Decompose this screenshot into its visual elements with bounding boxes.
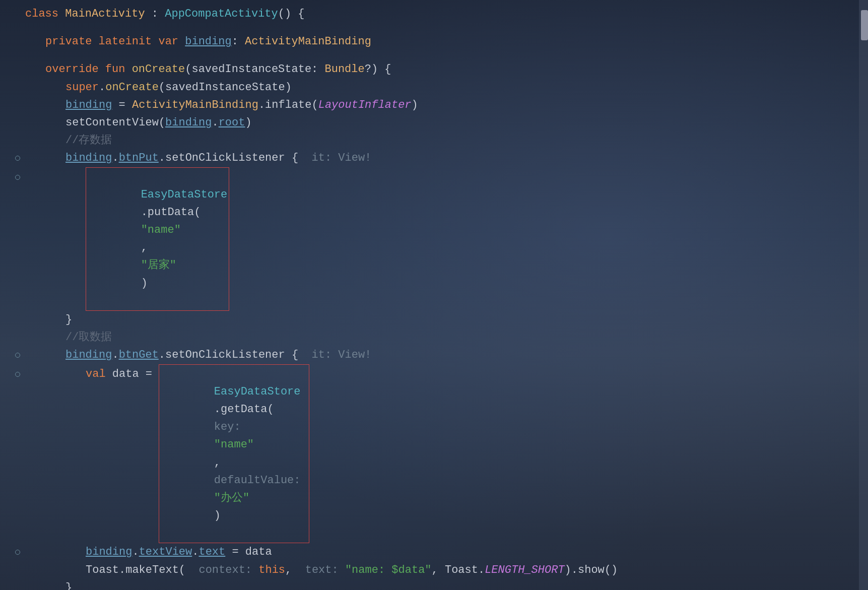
hint-key: key: [214,421,247,433]
textview-ref: textView [139,543,192,561]
code-line: //存数据 [10,132,838,149]
class-name-main: MainActivity [65,5,145,23]
comment-get: //取数据 [65,329,112,346]
fn-oncreate: onCreate [132,60,185,78]
gutter [10,550,25,555]
code-line: override fun onCreate (savedInstanceStat… [10,60,838,78]
punct: ) [412,96,418,114]
line-content: Toast.makeText( context: this , text: "n… [25,561,838,579]
punct: . [99,79,105,96]
hint-it: it: View! [312,346,372,364]
scrollbar-thumb[interactable] [861,10,868,40]
gutter [10,372,25,377]
gutter [10,353,25,358]
parent-class: AppCompatActivity [165,5,278,23]
line-content: private lateinit var binding : ActivityM… [25,33,838,50]
line-content: EasyDataStore .putData( "name" , "居家" ) [25,167,838,311]
gutter [10,156,25,161]
hint-text: text: [305,561,345,579]
punct: : [232,33,245,50]
type-bundle: Bundle [325,60,365,78]
code-line: class MainActivity : AppCompatActivity (… [10,5,838,23]
fn-setcontent: setContentView( [65,114,165,132]
blank-line [10,23,838,33]
punct: ) [214,509,221,522]
line-content: binding . btnPut .setOnClickListener { i… [25,149,838,167]
str-name2: "name" [214,438,254,451]
scrollbar[interactable] [859,0,868,590]
getdata-box: EasyDataStore .getData( key: "name" , de… [159,364,309,544]
punct: . [112,346,118,364]
binding-ref: binding [65,149,112,167]
binding-ref: binding [165,114,212,132]
breakpoint-dot[interactable] [15,372,20,377]
punct: () { [278,5,305,23]
assign: = data [225,543,272,561]
easydatastore-class: EasyDataStore [214,385,301,398]
code-line: super . onCreate (savedInstanceState) [10,79,838,96]
root-ref: root [219,114,245,132]
class-ref: ActivityMainBinding [132,96,258,114]
keyword-this: this [258,561,285,579]
punct: = [112,96,132,114]
str-toast: "name: $data" [345,561,432,579]
punct: (savedInstanceState) [159,79,292,96]
code-line: binding . btnPut .setOnClickListener { i… [10,149,838,167]
punct: . [192,543,198,561]
fn-setonclick: .setOnClickListener { [159,149,312,167]
str-jujia: "居家" [141,259,176,272]
breakpoint-dot[interactable] [15,156,20,161]
close-brace: } [65,579,72,590]
punct: , [214,456,234,469]
line-content: //取数据 [25,329,838,346]
punct: . [212,114,218,132]
btnget-ref: btnGet [119,346,159,364]
line-content: } [25,579,838,590]
hint-context: context: [198,561,258,579]
code-line: } [10,311,838,329]
code-line: binding = ActivityMainBinding .inflate( … [10,96,838,114]
breakpoint-dot[interactable] [15,353,20,358]
str-bangong: "办公" [214,492,249,504]
line-content: } [25,311,838,329]
line-content: val data = EasyDataStore .getData( key: … [25,364,838,544]
toast-call: Toast.makeText( [86,561,198,579]
line-content: setContentView( binding . root ) [25,114,838,132]
var-data: data = [112,365,159,383]
code-line: //取数据 [10,329,838,346]
fn-super-oncreate: onCreate [105,79,159,96]
line-content: binding . textView . text = data [25,543,838,561]
punct: (savedInstanceState: [185,60,324,78]
line-content: binding . btnGet .setOnClickListener { i… [25,346,838,364]
type-name: ActivityMainBinding [245,33,371,50]
code-line: EasyDataStore .putData( "name" , "居家" ) [10,167,838,311]
punct: .inflate( [258,96,318,114]
punct: .putData( [141,206,201,219]
breakpoint-dot[interactable] [15,550,20,555]
line-content: override fun onCreate (savedInstanceStat… [25,60,838,78]
code-line: setContentView( binding . root ) [10,114,838,132]
hint-it: it: View! [312,149,372,167]
gutter [10,175,25,180]
close-brace: } [65,311,72,329]
keyword-val: val [86,365,112,383]
text-ref: text [198,543,225,561]
punct: ) [141,277,148,290]
punct: . [132,543,139,561]
breakpoint-dot[interactable] [15,175,20,180]
punct: , [141,241,154,254]
layout-inflater-ref: LayoutInflater [318,96,412,114]
punct: ) [245,114,251,132]
punct: , Toast. [432,561,485,579]
keyword-class: class [25,5,65,23]
str-name: "name" [141,224,181,236]
binding-ref: binding [185,33,231,50]
code-line: private lateinit var binding : ActivityM… [10,33,838,50]
punct: : [145,5,165,23]
btnput-ref: btnPut [119,149,159,167]
code-line: val data = EasyDataStore .getData( key: … [10,364,838,544]
keyword-super: super [65,79,99,96]
easydatastore-class: EasyDataStore [141,188,228,201]
putdata-box: EasyDataStore .putData( "name" , "居家" ) [86,167,229,311]
keyword-override: override fun [45,60,132,78]
